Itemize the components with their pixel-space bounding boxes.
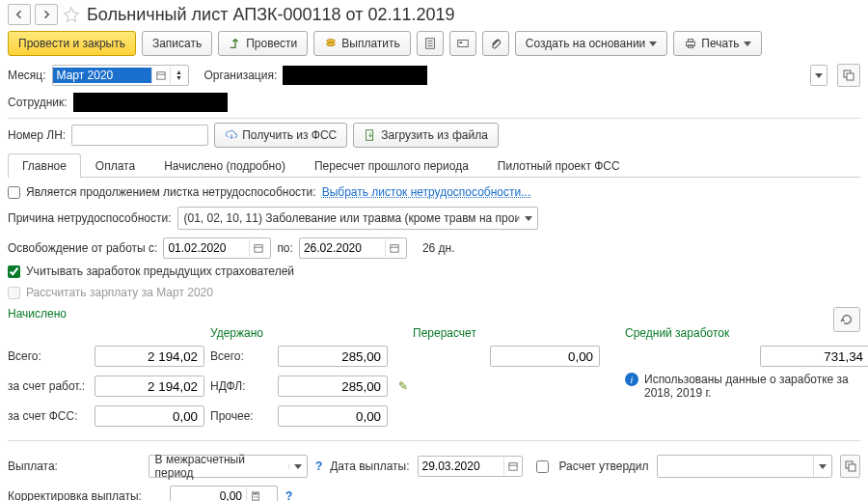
post-and-close-button[interactable]: Провести и закрыть [8, 31, 136, 56]
select-sheet-link[interactable]: Выбрать листок нетрудоспособности... [322, 185, 531, 199]
calendar-icon[interactable] [249, 239, 267, 257]
calc-salary-label: Рассчитать зарплату за Март 2020 [26, 286, 213, 299]
tab-main[interactable]: Главное [8, 153, 81, 178]
svg-rect-23 [849, 464, 855, 471]
withheld-total-input[interactable] [278, 346, 388, 367]
reason-select[interactable]: (01, 02, 10, 11) Заболевание или травма … [177, 207, 538, 230]
payout-select[interactable]: В межрасчетный период [149, 455, 308, 478]
info-icon: i [625, 373, 638, 386]
org-label: Организация: [204, 69, 278, 82]
month-label: Месяц: [8, 69, 46, 82]
attach-button[interactable] [482, 31, 509, 56]
create-based-on-button[interactable]: Создать на основании [515, 31, 668, 56]
payout-date-field[interactable] [418, 456, 523, 477]
caret-down-icon [294, 464, 302, 469]
approved-label: Расчет утвердил [559, 459, 649, 473]
svg-point-28 [257, 496, 258, 497]
svg-rect-16 [255, 245, 262, 252]
back-button[interactable] [8, 4, 31, 25]
accrued-header: Начислено [8, 307, 210, 320]
svg-rect-25 [254, 493, 258, 495]
save-button[interactable]: Записать [142, 31, 212, 56]
file-import-icon [364, 128, 377, 142]
accrued-employer-label: за счет работ.: [8, 379, 95, 393]
refresh-button[interactable] [833, 307, 860, 332]
date-from-field[interactable] [163, 237, 271, 259]
info-note: Использованы данные о заработке за 2018,… [644, 373, 856, 400]
avg-input[interactable] [760, 346, 868, 367]
tab-pilot-fss[interactable]: Пилотный проект ФСС [483, 153, 635, 178]
employee-label: Сотрудник: [8, 96, 68, 109]
calendar-icon[interactable] [151, 67, 170, 84]
get-from-fss-button[interactable]: Получить из ФСС [214, 123, 347, 148]
load-from-file-button[interactable]: Загрузить из файла [353, 123, 499, 148]
other-label: Прочее: [210, 409, 278, 423]
calendar-icon[interactable] [503, 458, 522, 475]
ndfl-input[interactable] [278, 376, 388, 397]
approver-field[interactable] [657, 455, 833, 478]
favorite-star-icon[interactable] [62, 5, 81, 24]
page-title: Больничный лист АПЗК-000118 от 02.11.201… [87, 5, 455, 25]
svg-rect-18 [391, 245, 398, 252]
document-button[interactable] [417, 31, 444, 56]
recalc-input[interactable] [490, 346, 600, 367]
edit-ndfl-icon[interactable]: ✎ [393, 379, 413, 393]
org-value-redacted [283, 66, 427, 85]
toolbar: Провести и закрыть Записать Провести Вып… [8, 31, 860, 56]
tab-accrued-detail[interactable]: Начислено (подробно) [149, 153, 300, 178]
correction-help[interactable]: ? [285, 489, 292, 501]
calculator-icon[interactable] [246, 487, 264, 501]
calc-salary-checkbox [8, 287, 20, 299]
pay-button[interactable]: Выплатить [313, 31, 411, 56]
correction-label: Корректировка выплаты: [8, 489, 162, 501]
printer-icon [684, 37, 697, 50]
caret-down-icon [649, 42, 657, 46]
consider-prev-label: Учитывать заработок предыдущих страховат… [26, 264, 294, 278]
calendar-icon[interactable] [385, 239, 403, 257]
is-continuation-checkbox[interactable] [8, 186, 20, 199]
caret-down-icon [819, 464, 827, 469]
payout-date-label: Дата выплаты: [330, 459, 409, 473]
accrued-employer-input[interactable] [95, 376, 204, 397]
org-select[interactable] [810, 65, 827, 86]
print-button[interactable]: Печать [673, 31, 761, 56]
tab-payment[interactable]: Оплата [81, 153, 149, 178]
cloud-download-icon [225, 128, 238, 142]
release-from-label: Освобождение от работы с: [8, 241, 157, 255]
paperclip-icon [489, 37, 502, 50]
card-button[interactable] [449, 31, 476, 56]
accrued-total-input[interactable] [95, 346, 204, 367]
reason-label: Причина нетрудоспособности: [8, 211, 172, 225]
org-open-button[interactable] [837, 64, 860, 87]
forward-button[interactable] [35, 4, 58, 25]
svg-rect-9 [689, 40, 693, 42]
svg-point-1 [327, 42, 336, 46]
ln-number-field[interactable] [71, 125, 208, 146]
payout-help[interactable]: ? [315, 459, 322, 473]
tab-bar: Главное Оплата Начислено (подробно) Пере… [8, 153, 860, 178]
approved-checkbox[interactable] [536, 460, 549, 473]
correction-field[interactable] [170, 486, 278, 501]
caret-down-icon [525, 216, 532, 221]
caret-down-icon [744, 42, 751, 46]
month-field[interactable]: Март 2020 ▲▼ [52, 65, 189, 86]
employee-value-redacted [73, 93, 228, 112]
svg-rect-6 [458, 41, 469, 47]
svg-point-27 [255, 496, 256, 497]
recalc-header: Перерасчет [413, 326, 606, 340]
withheld-total-label: Всего: [210, 349, 278, 363]
date-to-field[interactable] [299, 237, 407, 259]
consider-prev-checkbox[interactable] [8, 265, 20, 278]
spinner-icon[interactable]: ▲▼ [170, 67, 188, 84]
accrued-fss-input[interactable] [95, 405, 204, 427]
other-input[interactable] [278, 405, 388, 427]
tab-recalc-prev[interactable]: Пересчет прошлого периода [300, 153, 483, 178]
svg-rect-7 [459, 42, 462, 43]
withheld-header: Удержано [210, 326, 393, 340]
post-button[interactable]: Провести [218, 31, 308, 56]
svg-point-0 [327, 40, 336, 43]
ndfl-label: НДФЛ: [210, 379, 278, 393]
document-icon [423, 37, 437, 50]
approver-open-button[interactable] [840, 455, 860, 478]
card-icon [456, 37, 470, 50]
